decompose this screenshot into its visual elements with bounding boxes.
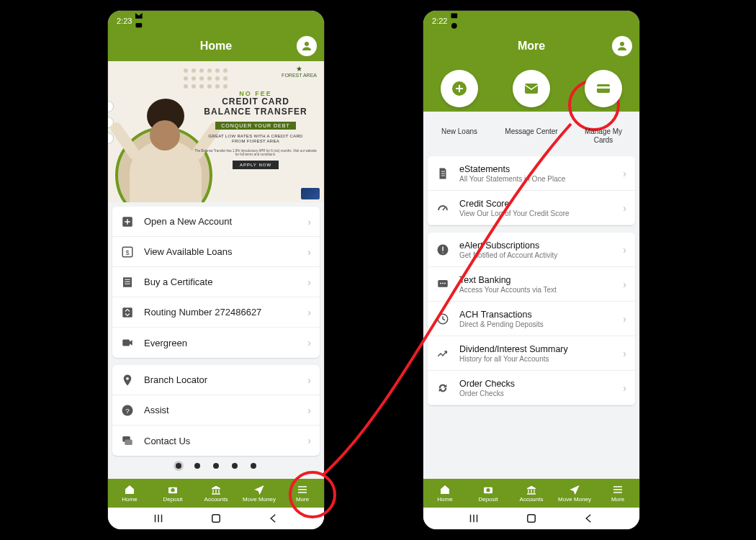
document-icon — [436, 167, 449, 180]
tab-move-money[interactable]: Move Money — [238, 479, 281, 508]
home-button[interactable] — [525, 512, 538, 525]
quick-label: Message Center — [505, 127, 557, 136]
tab-accounts[interactable]: Accounts — [510, 479, 553, 508]
status-bar: 2:22 • — [423, 11, 639, 31]
svg-rect-14 — [125, 440, 132, 446]
svg-point-30 — [444, 282, 446, 284]
item-estatements[interactable]: eStatementsAll Your Statements in One Pl… — [428, 156, 635, 191]
tab-more[interactable]: More — [596, 479, 639, 508]
recent-apps-button[interactable] — [152, 512, 165, 525]
header: More — [423, 31, 639, 61]
item-ach[interactable]: ACH TransactionsDirect & Pending Deposit… — [428, 302, 635, 336]
svg-rect-25 — [597, 86, 610, 89]
item-label: Routing Number 272486627 — [144, 307, 307, 318]
item-label: Branch Locator — [144, 374, 307, 385]
svg-point-3 — [305, 42, 309, 46]
swap-icon — [121, 306, 134, 319]
banner-copy: NO FEE CREDIT CARD BALANCE TRANSFER CONQ… — [194, 90, 317, 169]
chevron-right-icon: › — [307, 216, 311, 228]
sms-icon — [436, 278, 449, 291]
quick-label: Manage My Cards — [575, 127, 632, 145]
item-label: Open a New Account — [144, 216, 307, 227]
quick-actions: New Loans Message Center Manage My Cards — [423, 61, 639, 155]
quick-message-center[interactable]: Message Center — [503, 70, 560, 136]
back-button[interactable] — [582, 512, 595, 525]
item-ealert[interactable]: eAlert SubscriptionsGet Notified of Acco… — [428, 233, 635, 267]
quick-new-loans[interactable]: New Loans — [431, 70, 488, 136]
banner-apply-button[interactable]: APPLY NOW — [233, 161, 279, 169]
back-button[interactable] — [267, 512, 280, 525]
phone-home: 2:23 • Home FOREST AREA — [108, 11, 324, 529]
quick-manage-cards[interactable]: Manage My Cards — [575, 70, 632, 145]
tab-move-money[interactable]: Move Money — [553, 479, 596, 508]
video-icon — [121, 336, 134, 349]
tab-accounts[interactable]: Accounts — [194, 479, 238, 508]
chevron-right-icon: › — [307, 337, 311, 348]
chevron-right-icon: › — [623, 382, 626, 394]
tab-deposit[interactable]: Deposit — [151, 479, 194, 508]
item-assist[interactable]: ? Assist › — [112, 395, 320, 426]
clock-icon — [436, 312, 449, 325]
credit-card-art — [301, 188, 320, 199]
promo-banner[interactable]: FOREST AREA NO FEE CREDIT CARD BALANCE T… — [108, 61, 324, 202]
item-evergreen[interactable]: Evergreen › — [112, 328, 320, 358]
quick-label: New Loans — [441, 127, 477, 136]
svg-rect-18 — [451, 14, 458, 19]
gauge-icon — [436, 202, 449, 215]
pin-icon — [121, 374, 134, 387]
chevron-right-icon: › — [307, 276, 311, 288]
decorative-dots — [184, 68, 228, 89]
recent-apps-button[interactable] — [467, 512, 480, 525]
page-title: Home — [200, 40, 232, 53]
header: Home — [108, 31, 324, 61]
tab-home[interactable]: Home — [108, 479, 151, 508]
menu-icon — [297, 484, 308, 495]
phone-more: 2:22 • More New Loans Message Cent — [423, 11, 639, 529]
alert-icon — [436, 243, 449, 256]
item-routing-number[interactable]: Routing Number 272486627 › — [112, 297, 320, 328]
tab-home[interactable]: Home — [423, 479, 467, 508]
receipt-icon — [121, 276, 134, 289]
tab-deposit[interactable]: Deposit — [467, 479, 510, 508]
bottom-nav: Home Deposit Accounts Move Money More — [108, 479, 324, 508]
pager-dots — [112, 463, 320, 469]
profile-button[interactable] — [297, 36, 317, 56]
item-contact-us[interactable]: Contact Us › — [112, 426, 320, 456]
item-dividend-summary[interactable]: Dividend/Interest SummaryHistory for all… — [428, 336, 635, 371]
item-view-loans[interactable]: $ View Available Loans › — [112, 237, 320, 267]
item-order-checks[interactable]: Order ChecksOrder Checks › — [428, 371, 635, 405]
banner-badge: CONQUER YOUR DEBT — [215, 122, 295, 130]
item-buy-certificate[interactable]: Buy a Certificate › — [112, 267, 320, 297]
chevron-right-icon: › — [307, 435, 311, 446]
svg-rect-7 — [123, 277, 132, 287]
page-title: More — [518, 40, 545, 53]
person-icon — [300, 40, 313, 53]
item-label: Buy a Certificate — [144, 276, 307, 287]
more-content: eStatementsAll Your Statements in One Pl… — [423, 153, 639, 479]
trend-icon — [436, 347, 449, 360]
item-branch-locator[interactable]: Branch Locator › — [112, 365, 320, 395]
svg-point-21 — [620, 42, 624, 46]
chevron-right-icon: › — [307, 246, 311, 258]
send-icon — [253, 484, 265, 495]
home-content: Open a New Account › $ View Available Lo… — [108, 202, 324, 479]
svg-point-10 — [126, 377, 129, 379]
profile-button[interactable] — [612, 36, 632, 56]
svg-rect-1 — [136, 23, 143, 27]
chevron-right-icon: › — [623, 202, 626, 214]
send-icon — [569, 484, 580, 495]
banner-headline: CREDIT CARD BALANCE TRANSFER — [194, 97, 317, 117]
item-open-account[interactable]: Open a New Account › — [112, 207, 320, 237]
bank-icon — [526, 484, 537, 495]
camera-icon — [482, 484, 494, 495]
menu-icon — [612, 484, 624, 495]
status-bar: 2:23 • — [108, 11, 324, 31]
item-credit-score[interactable]: Credit ScoreView Our Log of Your Credit … — [428, 191, 635, 225]
more-group-2: eAlert SubscriptionsGet Notified of Acco… — [428, 233, 635, 405]
tab-more[interactable]: More — [281, 479, 324, 508]
banner-sub2: The Balance Transfer has 1.9% Introducto… — [194, 149, 317, 156]
dollar-box-icon: $ — [121, 246, 134, 258]
item-text-banking[interactable]: Text BankingAccess Your Accounts via Tex… — [428, 267, 635, 302]
home-button[interactable] — [210, 512, 222, 525]
chevron-right-icon: › — [307, 374, 311, 386]
